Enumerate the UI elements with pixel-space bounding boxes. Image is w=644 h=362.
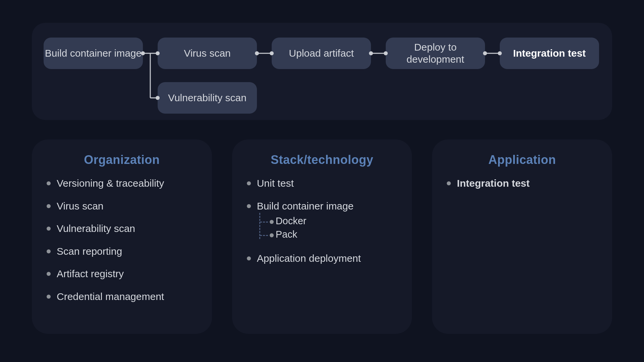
list-item: Credential management (47, 290, 199, 303)
panel-application: Application Integration test (432, 139, 612, 334)
list-item: Build container image Docker Pack (247, 200, 399, 242)
app-list: Integration test (445, 177, 599, 190)
pipeline-step-virus: Virus scan (158, 38, 257, 69)
org-list: Versioning & traceability Virus scan Vul… (45, 177, 199, 303)
list-item: Scan reporting (47, 245, 199, 258)
list-item: Application deployment (247, 252, 399, 265)
panel-title: Application (445, 153, 599, 167)
list-item: Integration test (447, 177, 599, 190)
list-item: Vulnerability scan (47, 222, 199, 235)
pipeline-step-vuln: Vulnerability scan (158, 82, 257, 114)
panel-title: Stack/technology (246, 153, 399, 167)
panel-title: Organization (45, 153, 199, 167)
list-item: Virus scan (47, 200, 199, 213)
stack-sublist: Docker Pack (259, 215, 354, 241)
list-item: Docker (260, 215, 354, 227)
stack-list: Unit test Build container image Docker P… (246, 177, 399, 264)
pipeline-step-integration: Integration test (500, 38, 599, 69)
list-item: Artifact registry (47, 267, 199, 280)
panel-organization: Organization Versioning & traceability V… (32, 139, 212, 334)
pipeline-step-upload: Upload artifact (272, 38, 371, 69)
pipeline-step-build: Build container image (44, 38, 143, 69)
list-item: Versioning & traceability (47, 177, 199, 190)
pipeline-step-deploy: Deploy to development (386, 38, 485, 69)
panel-stack: Stack/technology Unit test Build contain… (232, 139, 412, 334)
list-item: Pack (260, 228, 354, 240)
list-item: Unit test (247, 177, 399, 190)
